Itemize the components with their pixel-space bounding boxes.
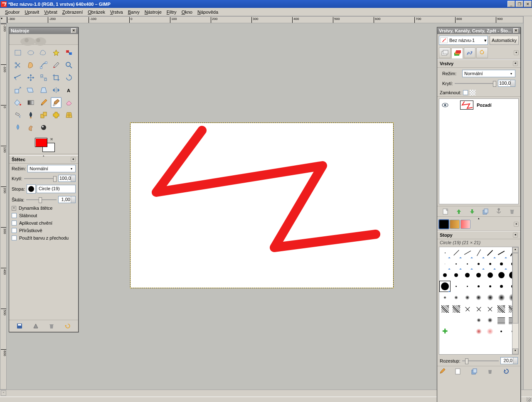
brush-cell[interactable]: [462, 292, 473, 303]
tool-ink[interactable]: [25, 110, 36, 120]
layer-opacity-slider[interactable]: [455, 81, 496, 86]
options-menu-button[interactable]: ◂: [71, 157, 76, 162]
brush-cell[interactable]: [451, 281, 462, 292]
tool-zoom[interactable]: [64, 60, 74, 71]
raise-layer-icon[interactable]: [456, 208, 462, 215]
brush-cell[interactable]: [451, 270, 462, 281]
layer-name[interactable]: Pozadí: [477, 103, 491, 108]
lower-layer-icon[interactable]: [469, 208, 475, 215]
brush-cell[interactable]: [496, 314, 507, 326]
lock-alpha-icon[interactable]: [470, 90, 475, 96]
tabs-menu-button[interactable]: ◂: [514, 50, 519, 55]
brush-cell[interactable]: [462, 270, 473, 281]
brush-cell[interactable]: [462, 326, 473, 337]
lock-checkbox[interactable]: [463, 90, 468, 95]
brush-cell[interactable]: [439, 292, 451, 303]
menu-barvy[interactable]: Barvy: [126, 9, 142, 15]
duplicate-layer-icon[interactable]: [482, 208, 489, 215]
brush-cell[interactable]: [451, 292, 462, 303]
tool-paths[interactable]: [38, 60, 49, 71]
brush-cell[interactable]: [439, 247, 451, 258]
tool-blur[interactable]: [12, 122, 23, 133]
tool-flip[interactable]: [51, 85, 62, 96]
brush-cell[interactable]: [473, 270, 484, 281]
menu-soubor[interactable]: Soubor: [2, 9, 22, 15]
brush-cell[interactable]: [451, 326, 462, 337]
menu-napoveda[interactable]: Nápověda: [195, 9, 221, 15]
canvas[interactable]: [131, 123, 393, 288]
tool-measure[interactable]: [12, 72, 23, 83]
edit-brush-icon[interactable]: [439, 368, 455, 402]
layers-dock-titlebar[interactable]: Vrstvy, Kanály, Cesty, Zpět - Što... ✕: [437, 27, 520, 34]
spacing-slider[interactable]: [462, 358, 499, 364]
delete-layer-icon[interactable]: [509, 208, 515, 215]
tool-color-select[interactable]: [64, 47, 74, 58]
brush-cell[interactable]: [473, 281, 484, 292]
brush-cell[interactable]: [473, 292, 484, 303]
layer-mode-combo[interactable]: Normální▾: [462, 70, 515, 77]
minimize-button[interactable]: _: [507, 1, 515, 7]
layer-list[interactable]: Pozadí: [439, 98, 519, 204]
save-options-icon[interactable]: [16, 323, 23, 329]
layers-dock-close-button[interactable]: ✕: [513, 28, 519, 33]
visibility-icon[interactable]: [442, 103, 448, 108]
tool-rect-select[interactable]: [12, 47, 23, 58]
brush-cell[interactable]: [485, 281, 496, 292]
brush-cell[interactable]: [462, 281, 473, 292]
brush-cell[interactable]: [439, 281, 451, 292]
resize-grip-icon[interactable]: [526, 397, 531, 402]
new-brush-icon[interactable]: [455, 368, 470, 402]
tool-text[interactable]: A: [64, 85, 74, 96]
brush-cell[interactable]: [496, 281, 507, 292]
delete-options-icon[interactable]: [48, 323, 55, 329]
tool-rotate[interactable]: [64, 72, 74, 83]
quickmask-toggle[interactable]: ▫: [1, 390, 6, 396]
tool-scale[interactable]: [12, 85, 23, 96]
brush-cell[interactable]: [485, 303, 496, 314]
tab-patterns[interactable]: [450, 220, 460, 229]
menu-filtry[interactable]: Filtry: [164, 9, 179, 15]
jitter-checkbox[interactable]: [12, 221, 17, 226]
brush-cell[interactable]: [473, 314, 484, 326]
restore-options-icon[interactable]: [32, 323, 39, 329]
tool-clone[interactable]: [38, 110, 49, 120]
tool-scissors[interactable]: [12, 60, 23, 71]
brush-cell[interactable]: [439, 258, 451, 270]
ruler-vertical[interactable]: -200-1000100200300400500600: [0, 23, 7, 390]
tool-airbrush[interactable]: [12, 110, 23, 120]
layer-opacity-value[interactable]: 100,0: [498, 80, 515, 87]
brush-cell[interactable]: [496, 326, 507, 337]
mode-combo[interactable]: Normální▾: [27, 165, 76, 172]
anchor-layer-icon[interactable]: [495, 208, 502, 215]
brush-cell[interactable]: [473, 247, 484, 258]
brush-cell[interactable]: [451, 247, 462, 258]
brush-cell[interactable]: [496, 292, 507, 303]
brush-grid[interactable]: ✚ ▴▾: [439, 247, 519, 355]
brush-cell[interactable]: [485, 314, 496, 326]
layer-row[interactable]: Pozadí: [439, 99, 518, 111]
tool-move[interactable]: [25, 72, 36, 83]
menu-nastroje[interactable]: Nástroje: [142, 9, 164, 15]
brush-cell[interactable]: [462, 303, 473, 314]
brush-cell[interactable]: [462, 247, 473, 258]
ruler-horizontal[interactable]: -300-200-1000100200300400500600700800900: [7, 16, 523, 23]
scrollbar-vertical[interactable]: [523, 16, 532, 390]
tool-bucket-fill[interactable]: [12, 97, 23, 108]
brush-cell[interactable]: [485, 247, 496, 258]
brushes-tabs-menu[interactable]: ◂: [514, 222, 519, 227]
tool-free-select[interactable]: [38, 47, 49, 58]
tool-fuzzy-select[interactable]: [51, 47, 62, 58]
tab-brushes[interactable]: [439, 220, 449, 229]
tool-perspective-clone[interactable]: [64, 110, 74, 120]
brush-cell[interactable]: [473, 303, 484, 314]
tool-heal[interactable]: [51, 110, 62, 120]
brush-cell[interactable]: [485, 258, 496, 270]
brush-scrollbar[interactable]: ▴▾: [512, 247, 518, 354]
reset-options-icon[interactable]: [64, 323, 71, 329]
brushes-menu-button[interactable]: ◂: [513, 233, 518, 238]
tool-color-picker[interactable]: [51, 60, 62, 71]
brush-cell[interactable]: [496, 258, 507, 270]
tool-pencil[interactable]: [38, 97, 49, 108]
tab-channels[interactable]: [464, 47, 475, 58]
brush-cell[interactable]: [496, 247, 507, 258]
